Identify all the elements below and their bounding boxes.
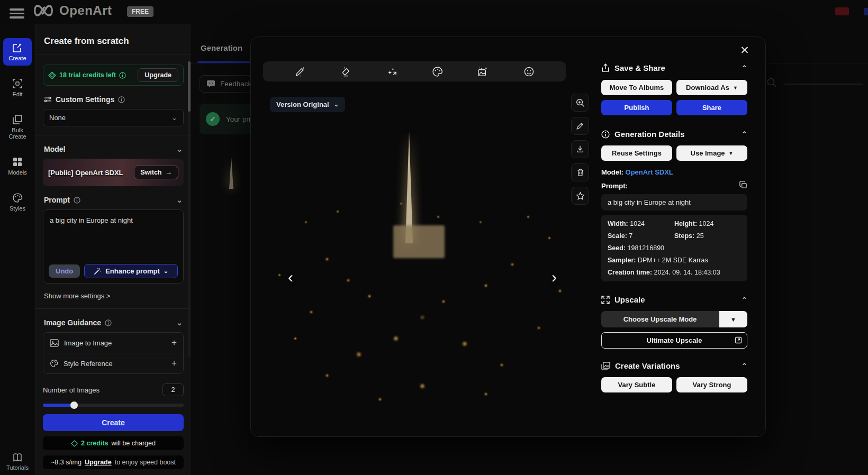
edit-icon: [12, 78, 23, 89]
info-icon[interactable]: [119, 72, 126, 79]
model-line: Model: OpenArt SDXL: [601, 168, 747, 176]
chevron-down-icon[interactable]: ⌄: [176, 318, 183, 327]
check-circle-icon: ✓: [206, 112, 220, 126]
style-reference-label: Style Reference: [64, 360, 113, 368]
show-more-settings-link[interactable]: Show more settings >: [44, 292, 183, 300]
search-icon[interactable]: [766, 77, 777, 88]
credit-gem-icon: [71, 440, 78, 447]
add-image-to-image-button[interactable]: +: [171, 337, 177, 348]
tab-generation[interactable]: Generation: [201, 43, 242, 52]
charge-credits: 2 credits: [81, 440, 108, 447]
expand-icon: [601, 296, 610, 304]
zoom-slider-track[interactable]: [784, 84, 863, 85]
publish-button[interactable]: Publish: [601, 100, 672, 115]
magic-edit-icon[interactable]: [291, 63, 309, 79]
chevron-up-icon[interactable]: ⌃: [742, 362, 747, 370]
sidebar-item-models[interactable]: Models: [3, 152, 32, 180]
openart-infinity-icon: [33, 4, 54, 17]
next-image-chevron[interactable]: ›: [551, 269, 557, 285]
vary-strong-button[interactable]: Vary Strong: [676, 377, 747, 392]
sidebar-item-styles[interactable]: Styles: [3, 188, 32, 216]
detail-panel: Save & Share ⌃ Move To Albums Download A…: [601, 37, 747, 392]
enhance-prompt-button[interactable]: Enhance prompt ⌄: [84, 264, 178, 278]
prompt-value: a big city in Europe at night: [50, 216, 177, 225]
steps-label: Steps:: [674, 232, 694, 240]
sampler-label: Sampler:: [608, 257, 636, 264]
hamburger-menu-icon[interactable]: [10, 6, 24, 18]
style-reference-row[interactable]: Style Reference +: [43, 353, 183, 373]
model-link[interactable]: OpenArt SDXL: [626, 168, 673, 176]
sidebar-item-tutorials[interactable]: Tutorials: [0, 453, 35, 471]
edit-pencil-icon[interactable]: [571, 117, 589, 135]
ultimate-upscale-button[interactable]: Ultimate Upscale: [601, 332, 747, 349]
topbar-notification-badge[interactable]: [835, 7, 849, 15]
slider-fill: [43, 404, 74, 407]
background-image-icon[interactable]: [474, 63, 492, 79]
model-card[interactable]: [Public] OpenArt SDXL Switch →: [43, 159, 184, 186]
create-variations-title: Create Variations: [615, 361, 680, 370]
image-to-image-row[interactable]: Image to Image +: [43, 333, 183, 353]
upgrade-button[interactable]: Upgrade: [138, 68, 178, 82]
credit-gem-icon: [48, 71, 56, 79]
model-label: Model: [44, 145, 65, 153]
feedback-label: Feedback: [220, 80, 251, 88]
brand-logo[interactable]: OpenArt: [33, 3, 112, 18]
delete-trash-icon[interactable]: [571, 163, 589, 181]
create-panel: Create from scratch 18 trial credits lef…: [35, 24, 191, 475]
number-of-images-slider[interactable]: [43, 404, 184, 407]
info-icon[interactable]: [74, 197, 80, 204]
number-of-images-value[interactable]: 2: [162, 383, 184, 396]
use-image-button[interactable]: Use Image▼: [676, 145, 747, 161]
magic-eraser-icon[interactable]: [337, 63, 355, 79]
face-smiley-icon[interactable]: [520, 63, 538, 79]
speed-note: ~8.3 s/img Upgrade to enjoy speed boost: [43, 455, 184, 469]
charge-rest: will be charged: [112, 440, 156, 447]
add-style-reference-button[interactable]: +: [171, 358, 177, 369]
credits-charge-note: 2 credits will be charged: [43, 436, 184, 450]
prompt-input[interactable]: a big city in Europe at night Undo Enhan…: [43, 209, 184, 284]
vary-subtle-button[interactable]: Vary Subtle: [601, 377, 672, 392]
panel-scrollbar[interactable]: [188, 61, 191, 358]
create-button[interactable]: Create: [43, 414, 184, 431]
chevron-down-icon[interactable]: ⌄: [176, 196, 183, 204]
style-palette-icon[interactable]: [428, 63, 446, 79]
upscale-mode-caret-button[interactable]: ▼: [719, 311, 747, 327]
params-box: Width: 1024 Height: 1024 Scale: 7 Steps:…: [601, 215, 747, 281]
download-as-button[interactable]: Download As▼: [676, 80, 747, 95]
version-dropdown[interactable]: Version Original ⌄: [270, 97, 345, 112]
info-icon[interactable]: [105, 319, 112, 326]
choose-upscale-mode-button[interactable]: Choose Upscale Mode ▼: [601, 311, 747, 327]
sidebar-item-create[interactable]: Create: [3, 38, 32, 66]
prev-image-chevron[interactable]: ‹: [288, 269, 293, 285]
zoom-in-icon[interactable]: [571, 94, 589, 112]
slider-thumb[interactable]: [70, 401, 78, 409]
copy-icon[interactable]: [739, 181, 747, 190]
upscale-sparkle-icon[interactable]: [383, 63, 401, 79]
switch-model-button[interactable]: Switch →: [134, 166, 178, 179]
chevron-down-icon[interactable]: ⌄: [176, 145, 183, 153]
custom-settings-select[interactable]: None ⌄: [43, 109, 184, 126]
external-link-icon: [735, 336, 742, 345]
move-to-albums-label: Move To Albums: [610, 84, 664, 92]
caret-down-icon: ▼: [729, 151, 734, 156]
chevron-up-icon[interactable]: ⌃: [742, 130, 747, 138]
topbar-avatar-partial[interactable]: [864, 8, 868, 15]
nav-rail: Create Edit Bulk Create Models Styles Tu…: [0, 24, 35, 475]
sidebar-item-label: Tutorials: [6, 464, 29, 471]
scale-value: 7: [629, 232, 632, 240]
scale-label: Scale:: [608, 232, 627, 240]
speed-upgrade-link[interactable]: Upgrade: [85, 459, 112, 466]
sidebar-item-edit[interactable]: Edit: [3, 74, 32, 102]
undo-button[interactable]: Undo: [49, 264, 80, 278]
move-to-albums-button[interactable]: Move To Albums: [601, 80, 672, 95]
generated-image[interactable]: Version Original ⌄ ‹ ›: [263, 89, 566, 414]
chevron-up-icon[interactable]: ⌃: [742, 296, 747, 304]
download-icon[interactable]: [571, 140, 589, 158]
width-value: 1024: [630, 220, 645, 227]
share-button[interactable]: Share: [676, 100, 747, 115]
reuse-settings-button[interactable]: Reuse Settings: [601, 145, 672, 161]
favorite-star-icon[interactable]: [571, 187, 589, 205]
chevron-up-icon[interactable]: ⌃: [742, 64, 747, 72]
info-icon[interactable]: [118, 96, 125, 103]
sidebar-item-bulk-create[interactable]: Bulk Create: [3, 110, 32, 144]
